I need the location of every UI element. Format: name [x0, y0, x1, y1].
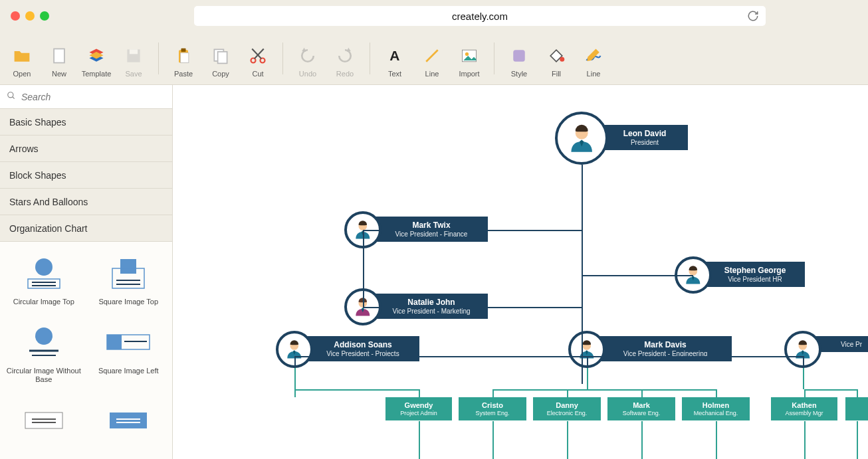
thumb-preview — [17, 401, 70, 440]
org-child-name: Mark — [633, 401, 650, 409]
connector — [492, 389, 716, 391]
connector — [492, 421, 494, 459]
org-child-children_eng-0[interactable]: CristoSystem Eng. — [459, 397, 526, 420]
search-input[interactable] — [21, 92, 165, 102]
connector — [804, 389, 806, 397]
org-label: Mark DavisVice President - Engineering — [599, 336, 732, 361]
org-label: Mark TwixVice President - Finance — [375, 217, 488, 242]
svg-rect-37 — [110, 413, 147, 428]
connector — [641, 389, 643, 397]
connector — [804, 389, 857, 391]
svg-rect-4 — [181, 48, 186, 51]
connector — [294, 356, 803, 357]
connector — [567, 421, 568, 459]
toolbar-copy-button[interactable]: Copy — [204, 38, 237, 79]
toolbar-label: Style — [511, 70, 527, 78]
org-child-children_partial-0[interactable]: KathenAssembly Mgr — [771, 397, 837, 420]
svg-rect-0 — [54, 48, 64, 62]
connector — [582, 165, 583, 384]
svg-point-15 — [465, 52, 469, 55]
connector — [587, 356, 588, 368]
org-child-name: Holmen — [703, 401, 729, 409]
toolbar-new-button[interactable]: New — [43, 38, 76, 79]
thumb-sq_left[interactable]: Square Image Left — [88, 318, 170, 393]
save-icon — [124, 45, 143, 67]
window-min-dot[interactable] — [25, 11, 35, 21]
org-child-children_partial-1[interactable]: DTes — [845, 397, 868, 420]
svg-rect-31 — [107, 335, 122, 349]
window-close-dot[interactable] — [11, 11, 20, 21]
toolbar-paste-button[interactable]: Paste — [167, 38, 200, 79]
svg-text:A: A — [389, 48, 399, 63]
image-icon — [460, 45, 479, 67]
svg-point-20 — [35, 258, 53, 276]
thumb-preview — [102, 323, 155, 363]
toolbar-line-button[interactable]: Line — [415, 38, 449, 79]
svg-point-28 — [35, 327, 53, 345]
org-role: President — [631, 139, 659, 146]
reload-icon[interactable] — [747, 10, 759, 24]
toolbar-template-button[interactable]: Template — [80, 38, 113, 79]
org-name: Leon David — [623, 129, 667, 138]
org-child-role: Electronic Eng. — [547, 410, 588, 416]
org-child-children_eng-1[interactable]: DannyElectronic Eng. — [533, 397, 601, 420]
connector — [857, 389, 858, 397]
category-basic-shapes[interactable]: Basic Shapes — [0, 109, 172, 136]
connector — [294, 368, 296, 397]
toolbar-import-button[interactable]: Import — [453, 38, 486, 79]
url-box[interactable]: creately.com — [194, 6, 766, 26]
category-organization-chart[interactable]: Organization Chart — [0, 215, 172, 242]
thumb-caption: Circular Image Top — [13, 298, 74, 307]
connector — [641, 421, 643, 459]
thumb-circ_top[interactable]: Circular Image Top — [3, 248, 85, 315]
toolbar-label: Line — [425, 70, 439, 78]
toolbar-label: Line — [587, 70, 601, 78]
svg-line-19 — [13, 96, 15, 98]
toolbar-text-button[interactable]: AText — [378, 38, 411, 79]
connector — [294, 389, 419, 391]
window-max-dot[interactable] — [40, 11, 49, 21]
shape-thumbnails: Circular Image TopSquare Image TopCircul… — [0, 242, 172, 459]
svg-line-13 — [426, 50, 438, 62]
thumb-circ_nobase[interactable]: Circular Image Without Base — [3, 318, 85, 393]
connector — [363, 230, 364, 307]
org-label: Stephen GeorgeVice President HR — [705, 262, 805, 287]
thumb-plain2[interactable] — [88, 395, 170, 452]
thumb-preview — [102, 254, 155, 294]
sidebar: Basic ShapesArrowsBlock ShapesStars And … — [0, 85, 173, 459]
thumb-caption: Circular Image Without Base — [5, 367, 82, 385]
org-child-children_eng-3[interactable]: HolmenMechanical Eng. — [682, 397, 750, 420]
toolbar-label: Undo — [299, 70, 316, 78]
org-child-children_projects-0[interactable]: GwendyProject Admin — [385, 397, 452, 420]
thumb-sq_top[interactable]: Square Image Top — [88, 248, 170, 315]
toolbar-fill-button[interactable]: Fill — [540, 38, 573, 79]
canvas[interactable]: Leon DavidPresidentMark TwixVice Preside… — [173, 85, 868, 459]
search-icon — [7, 91, 16, 103]
styleblock-icon — [510, 45, 528, 67]
toolbar-label: Open — [13, 70, 31, 78]
toolbar-label: Template — [82, 70, 112, 78]
thumb-caption: Square Image Top — [98, 298, 158, 307]
toolbar-label: Save — [125, 70, 142, 78]
thumb-preview — [102, 401, 155, 440]
connector — [567, 389, 568, 397]
category-stars-and-balloons[interactable]: Stars And Balloons — [0, 189, 172, 215]
org-child-role: Software Eng. — [623, 410, 661, 416]
toolbar-open-button[interactable]: Open — [5, 38, 39, 79]
svg-rect-2 — [130, 49, 138, 54]
category-arrows[interactable]: Arrows — [0, 136, 172, 162]
svg-rect-34 — [25, 413, 62, 428]
text-icon: A — [385, 45, 404, 67]
toolbar-line2-button[interactable]: Line — [577, 38, 610, 79]
toolbar-label: Redo — [336, 70, 354, 78]
category-block-shapes[interactable]: Block Shapes — [0, 162, 172, 189]
thumb-plain1[interactable] — [3, 395, 85, 452]
org-label: Addison SoansVice President - Projects — [306, 336, 419, 361]
toolbar-cut-button[interactable]: Cut — [241, 38, 274, 79]
org-child-role: Mechanical Eng. — [694, 410, 738, 416]
svg-point-18 — [8, 92, 13, 97]
toolbar-style-button[interactable]: Style — [502, 38, 536, 79]
connector — [857, 421, 858, 459]
connector — [363, 230, 582, 231]
org-child-children_eng-2[interactable]: MarkSoftware Eng. — [607, 397, 675, 420]
